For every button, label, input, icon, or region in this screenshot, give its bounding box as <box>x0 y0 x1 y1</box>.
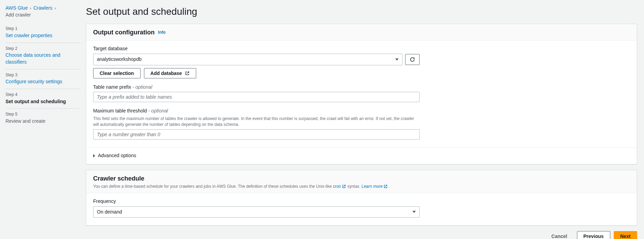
desc-crawler-schedule: You can define a time-based schedule for… <box>93 184 630 189</box>
breadcrumb: AWS Glue › Crawlers › Add crawler <box>5 5 80 18</box>
desc-max-table-threshold: This field sets the maximum number of ta… <box>93 116 420 128</box>
external-link-icon <box>185 71 190 76</box>
chevron-right-icon: › <box>52 5 58 11</box>
breadcrumb-link-crawlers[interactable]: Crawlers <box>33 5 52 12</box>
step-link-configure-security[interactable]: Configure security settings <box>5 79 62 84</box>
panel-output-configuration: Output configuration Info Target databas… <box>86 24 637 164</box>
cancel-button[interactable]: Cancel <box>545 231 574 239</box>
step-disabled-review: Review and create <box>5 118 80 125</box>
learn-more-link[interactable]: Learn more <box>362 184 388 189</box>
label-max-table-threshold: Maximum table threshold - optional <box>93 108 420 115</box>
wizard-footer-actions: Cancel Previous Next <box>86 231 637 239</box>
add-database-button[interactable]: Add database <box>144 68 197 78</box>
wizard-step-3: Step 3 Configure security settings <box>5 69 80 89</box>
step-link-set-crawler-properties[interactable]: Set crawler properties <box>5 33 52 38</box>
label-frequency: Frequency <box>93 198 420 205</box>
wizard-step-5: Step 5 Review and create <box>5 109 80 128</box>
next-button[interactable]: Next <box>614 231 637 239</box>
chevron-right-icon: › <box>28 5 33 11</box>
panel-title-schedule: Crawler schedule <box>93 174 144 183</box>
refresh-button[interactable] <box>405 54 420 65</box>
cron-link[interactable]: cron <box>333 184 346 189</box>
external-link-icon <box>384 184 388 188</box>
info-link[interactable]: Info <box>158 30 166 35</box>
target-database-select[interactable]: analyticsworkshopdb <box>93 54 402 65</box>
caret-right-icon <box>93 154 95 157</box>
label-table-prefix: Table name prefix - optional <box>93 84 420 91</box>
panel-title-output: Output configuration <box>93 28 155 37</box>
step-link-choose-data-sources[interactable]: Choose data sources and classifiers <box>5 52 60 65</box>
breadcrumb-link-aws-glue[interactable]: AWS Glue <box>5 5 28 12</box>
refresh-icon <box>410 57 415 62</box>
frequency-select[interactable]: On demand <box>93 206 420 218</box>
max-table-threshold-input[interactable] <box>93 129 420 140</box>
advanced-options-expander[interactable]: Advanced options <box>86 147 637 164</box>
label-target-database: Target database <box>93 45 420 52</box>
external-link-icon <box>342 184 346 188</box>
step-current-set-output: Set output and scheduling <box>5 98 80 105</box>
table-prefix-input[interactable] <box>93 92 420 102</box>
wizard-step-4: Step 4 Set output and scheduling <box>5 89 80 109</box>
wizard-step-2: Step 2 Choose data sources and classifie… <box>5 43 80 69</box>
wizard-step-1: Step 1 Set crawler properties <box>5 23 80 43</box>
breadcrumb-current: Add crawler <box>5 12 31 19</box>
previous-button[interactable]: Previous <box>577 231 610 239</box>
page-title: Set output and scheduling <box>86 5 637 18</box>
panel-crawler-schedule: Crawler schedule You can define a time-b… <box>86 170 637 226</box>
clear-selection-button[interactable]: Clear selection <box>93 68 141 78</box>
